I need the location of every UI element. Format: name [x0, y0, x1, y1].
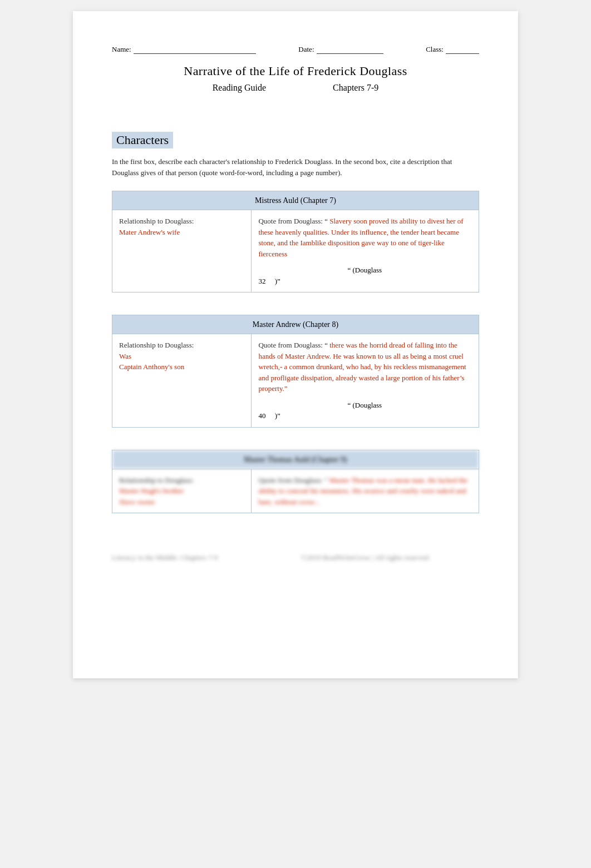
table-header-2: Master Andrew (Chapter 8): [112, 315, 479, 334]
instructions: In the first box, describe each characte…: [112, 156, 479, 178]
table-cell-rel-3: Relationship to Douglass: Master Hugh's …: [112, 469, 252, 513]
quote-row-2: Quote from Douglass: “ there was the hor…: [258, 340, 472, 421]
quote-row-1: Quote from Douglass: “ Slavery soon prov…: [258, 216, 472, 286]
table-cell-rel-1: Relationship to Douglass: Mater Andrew's…: [112, 210, 252, 292]
page-cite-2: “ (Douglass 40 )”: [258, 400, 472, 421]
page: Name: Date: Class: Narrative of the Life…: [73, 11, 518, 678]
table-header-1: Mistress Auld (Chapter 7): [112, 191, 479, 210]
date-field: Date:: [298, 44, 383, 54]
closing-paren-2: )”: [275, 411, 280, 420]
section-characters: Characters In the first box, describe ea…: [112, 121, 479, 513]
name-underline: [134, 44, 256, 54]
table-header-3: Master Thomas Auld (Chapter 9): [112, 450, 479, 469]
table-cell-rel-2: Relationship to Douglass: Was Captain An…: [112, 334, 252, 428]
page-num-1: 32: [258, 277, 265, 285]
rel-label-3: Relationship to Douglass:: [119, 475, 244, 486]
rel-value-2b: Captain Anthony's son: [119, 361, 244, 373]
rel-label-1: Relationship to Douglass:: [119, 216, 244, 227]
character-table-3: Master Thomas Auld (Chapter 9) Relations…: [112, 450, 479, 514]
character-table-2: Master Andrew (Chapter 8) Relationship t…: [112, 315, 479, 428]
table-cell-quote-2: Quote from Douglass: “ there was the hor…: [252, 334, 479, 428]
rel-label-2: Relationship to Douglass:: [119, 340, 244, 351]
character-table-1: Mistress Auld (Chapter 7) Relationship t…: [112, 191, 479, 292]
table-cell-quote-1: Quote from Douglass: “ Slavery soon prov…: [252, 210, 479, 292]
quote-continuation-2: “ (Douglass: [258, 401, 382, 409]
class-label: Class:: [426, 45, 444, 54]
name-field: Name:: [112, 44, 256, 54]
quote-row-3: Quote from Douglass: " Master Thomas was…: [258, 475, 472, 508]
date-label: Date:: [298, 45, 314, 54]
table-cell-quote-3: Quote from Douglass: " Master Thomas was…: [252, 469, 479, 513]
page-title: Narrative of the Life of Frederick Dougl…: [112, 64, 479, 78]
header-fields: Name: Date: Class:: [112, 44, 479, 54]
quote-continuation-1: “ (Douglass: [258, 266, 382, 274]
quote-label-1: Quote from Douglass: “ Slavery soon prov…: [258, 216, 472, 259]
subtitle-right: Chapters 7-9: [333, 83, 378, 93]
date-underline: [317, 44, 383, 54]
blurred-bottom: Literacy in the Middle: Chapters 7-9 ©20…: [112, 552, 479, 563]
class-field: Class:: [426, 44, 479, 54]
quote-label-2: Quote from Douglass: “ there was the hor…: [258, 340, 472, 394]
rel-value-1: Mater Andrew's wife: [119, 227, 244, 238]
rel-value-3b: Slave owner: [119, 497, 244, 508]
subtitle-row: Reading Guide Chapters 7-9: [112, 83, 479, 93]
name-label: Name:: [112, 45, 131, 54]
page-num-2: 40: [258, 411, 265, 420]
subtitle-left: Reading Guide: [213, 83, 266, 93]
page-cite-1: “ (Douglass 32 )”: [258, 265, 472, 286]
section-label: Characters: [112, 132, 173, 148]
rel-value-2: Was: [119, 351, 244, 362]
closing-paren-1: )”: [275, 277, 280, 285]
rel-value-3: Master Hugh's brother: [119, 485, 244, 497]
class-underline: [446, 44, 479, 54]
